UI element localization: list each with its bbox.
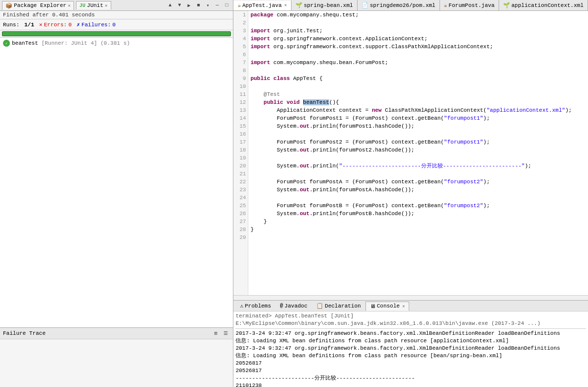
apptest-close[interactable]: ✕ [284, 2, 287, 8]
declaration-icon: 📋 [316, 303, 323, 309]
javadoc-icon: @ [280, 303, 283, 309]
junit-icon: JU [79, 3, 85, 8]
console-line-1: 2017-3-24 9:32:47 org.springframework.be… [235, 330, 586, 337]
console-line-8: 21101238 [235, 382, 586, 387]
failure-trace-title-bar: Failure Trace ⊞ ☰ [0, 328, 233, 339]
console-line-2: 信息: Loading XML bean definitions from cl… [235, 337, 586, 345]
forumpost-icon: ☕ [444, 2, 447, 8]
tab-declaration[interactable]: 📋 Declaration [312, 301, 366, 310]
runs-value: 1/1 [24, 22, 34, 28]
line-numbers: 1 2 3 4 5 6 7 8 9 10 11 12 13 14 15 16 1… [233, 11, 248, 295]
errors-stat: ✕ Errors: 0 [39, 21, 72, 28]
failures-label: Failures: [81, 22, 111, 28]
test-item-detail: [Runner: JUnit 4] (0.381 s) [41, 40, 130, 46]
test-item[interactable]: ✓ beanTest [Runner: JUnit 4] (0.381 s) [1, 39, 232, 48]
console-output: terminated> AppTest.beanTest [JUnit] E:\… [233, 311, 588, 387]
left-tab-bar: 📦 Package Explorer ✕ JU JUnit ✕ ▲ ▼ ▶ ■ … [0, 0, 233, 11]
left-panel: 📦 Package Explorer ✕ JU JUnit ✕ ▲ ▼ ▶ ■ … [0, 0, 233, 387]
tab-junit[interactable]: JU JUnit ✕ [76, 1, 111, 9]
error-icon: ✕ [39, 21, 43, 28]
tab-javadoc[interactable]: @ Javadoc [276, 302, 312, 310]
forumpost-label: ForumPost.java [448, 2, 494, 8]
errors-value: 0 [69, 22, 72, 28]
appcontext-icon: 🌱 [503, 2, 510, 8]
failures-stat: ✗ Failures: 0 [76, 21, 116, 28]
console-line-4: 信息: Loading XML bean definitions from cl… [235, 352, 586, 360]
pom-label: springdemo26/pom.xml [370, 2, 436, 8]
status-text: Finished after 0.401 seconds [3, 12, 95, 18]
console-line-7: ------------------------分开比较------------… [235, 375, 586, 382]
pom-icon: 📄 [362, 2, 368, 8]
failure-stack-btn[interactable]: ☰ [221, 329, 230, 338]
test-item-label: beanTest [Runner: JUnit 4] (0.381 s) [12, 40, 130, 46]
bottom-panel: ⚠ Problems @ Javadoc 📋 Declaration 🖥 Con… [233, 300, 588, 387]
apptest-icon: ☕ [237, 2, 241, 8]
status-bar: Finished after 0.401 seconds [0, 11, 233, 19]
declaration-label: Declaration [325, 303, 361, 309]
console-label: Console [377, 303, 400, 309]
failure-trace-title: Failure Trace [3, 330, 46, 336]
toolbar-stop-btn[interactable]: ■ [194, 1, 203, 10]
right-panel: ☕ AppTest.java ✕ 🌱 spring-bean.xml 📄 spr… [233, 0, 588, 387]
package-explorer-icon: 📦 [5, 2, 12, 9]
problems-icon: ⚠ [240, 303, 243, 309]
failure-trace-panel: Failure Trace ⊞ ☰ [0, 327, 233, 387]
toolbar-up-btn[interactable]: ▲ [165, 1, 174, 10]
editor-tabs: ☕ AppTest.java ✕ 🌱 spring-bean.xml 📄 spr… [233, 0, 588, 11]
tab-pom[interactable]: 📄 springdemo26/pom.xml [358, 0, 440, 10]
package-explorer-close[interactable]: ✕ [68, 3, 71, 8]
package-explorer-label: Package Explorer [14, 2, 67, 8]
apptest-label: AppTest.java [242, 2, 282, 8]
console-line-5: 20526817 [235, 360, 586, 367]
problems-label: Problems [245, 303, 271, 309]
runs-label: Runs: [3, 22, 19, 28]
run-stats: Runs: 1/1 ✕ Errors: 0 ✗ Failures: 0 [0, 19, 233, 30]
failure-icon: ✗ [76, 21, 80, 28]
console-icon: 🖥 [370, 303, 375, 310]
test-tree: ✓ beanTest [Runner: JUnit 4] (0.381 s) [0, 38, 233, 327]
console-terminated-line: terminated> AppTest.beanTest [JUnit] E:\… [235, 312, 586, 329]
spring-bean-label: spring-bean.xml [304, 2, 353, 8]
code-content[interactable]: package com.mycompany.shequ.test; import… [248, 11, 588, 295]
code-area: 1 2 3 4 5 6 7 8 9 10 11 12 13 14 15 16 1… [233, 11, 588, 295]
failure-layout-btn[interactable]: ⊞ [211, 329, 220, 338]
console-close[interactable]: ✕ [402, 304, 405, 309]
javadoc-label: Javadoc [285, 303, 307, 309]
toolbar-min-btn[interactable]: — [213, 1, 221, 10]
toolbar-max-btn[interactable]: □ [222, 1, 231, 10]
toolbar-menu-btn[interactable]: ▾ [203, 1, 212, 10]
tab-problems[interactable]: ⚠ Problems [235, 301, 275, 310]
toolbar-rerun-btn[interactable]: ▶ [184, 1, 193, 10]
console-line-6: 20526817 [235, 367, 586, 375]
tab-console[interactable]: 🖥 Console ✕ [366, 302, 410, 311]
appcontext-label: applicationContext.xml [512, 2, 584, 8]
bottom-tabs: ⚠ Problems @ Javadoc 📋 Declaration 🖥 Con… [233, 301, 588, 311]
errors-label: Errors: [44, 22, 67, 28]
failures-value: 0 [112, 22, 116, 28]
tab-apptest[interactable]: ☕ AppTest.java ✕ [233, 0, 291, 11]
junit-close[interactable]: ✕ [105, 3, 107, 8]
spring-bean-icon: 🌱 [295, 2, 302, 8]
horizontal-scrollbar[interactable] [233, 295, 588, 300]
console-line-3: 2017-3-24 9:32:47 org.springframework.be… [235, 345, 586, 352]
test-pass-icon: ✓ [3, 40, 10, 47]
progress-bar-container [0, 30, 233, 38]
tab-package-explorer[interactable]: 📦 Package Explorer ✕ [2, 1, 74, 10]
tab-appcontext[interactable]: 🌱 applicationContext.xml [499, 0, 588, 10]
toolbar-down-btn[interactable]: ▼ [175, 1, 184, 10]
failure-trace-icons: ⊞ ☰ [211, 329, 230, 338]
tab-spring-bean[interactable]: 🌱 spring-bean.xml [292, 0, 358, 10]
junit-label: JUnit [87, 2, 103, 8]
progress-bar [2, 31, 231, 36]
tab-forumpost[interactable]: ☕ ForumPost.java [440, 0, 499, 10]
